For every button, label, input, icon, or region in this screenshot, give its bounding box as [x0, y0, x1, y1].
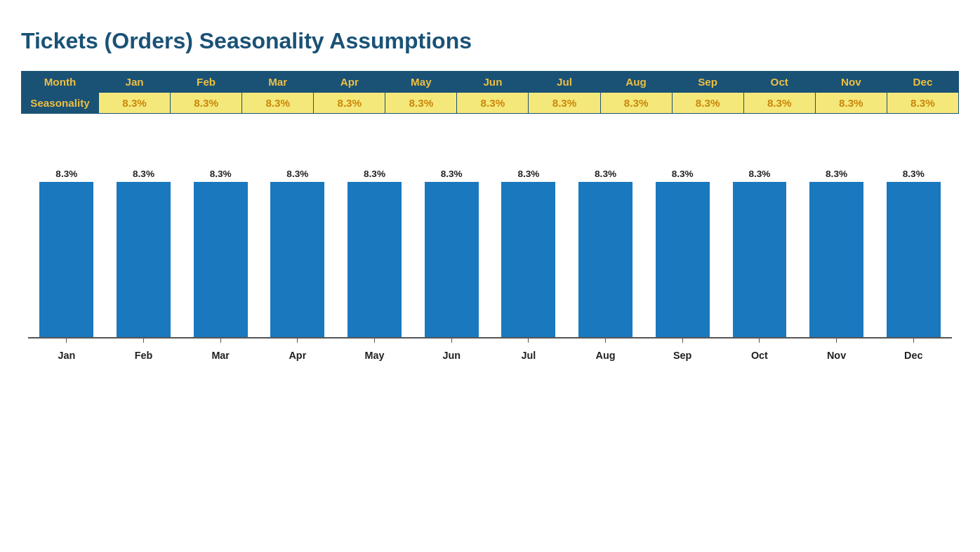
month-header-may: May	[385, 72, 457, 93]
x-label-jul: Jul	[490, 350, 567, 361]
bar-value-label-mar: 8.3%	[210, 169, 232, 179]
bar-group-mar: 8.3%	[182, 142, 259, 337]
bar-group-jan: 8.3%	[28, 142, 105, 337]
seasonality-value-may: 8.3%	[385, 93, 457, 114]
seasonality-value-dec: 8.3%	[887, 93, 958, 114]
month-header-sep: Sep	[672, 72, 743, 93]
tick-feb	[105, 339, 183, 343]
tick-aug	[567, 339, 644, 343]
bar-apr	[270, 182, 324, 337]
x-label-apr: Apr	[259, 350, 336, 361]
seasonality-table: Month JanFebMarAprMayJunJulAugSepOctNovD…	[21, 71, 959, 114]
month-header-nov: Nov	[815, 72, 887, 93]
bar-value-label-oct: 8.3%	[748, 169, 770, 179]
bar-value-label-jan: 8.3%	[55, 169, 77, 179]
bar-value-label-nov: 8.3%	[826, 169, 847, 179]
bar-value-label-may: 8.3%	[364, 169, 385, 179]
bar-jul	[501, 182, 555, 337]
bar-dec	[887, 182, 941, 337]
seasonality-value-nov: 8.3%	[815, 93, 887, 114]
x-label-jun: Jun	[413, 350, 490, 361]
bar-group-sep: 8.3%	[644, 142, 721, 337]
tick-jun	[413, 339, 490, 343]
month-header-jun: Jun	[457, 72, 529, 93]
bar-group-jun: 8.3%	[413, 142, 490, 337]
seasonality-value-aug: 8.3%	[600, 93, 672, 114]
seasonality-value-feb: 8.3%	[171, 93, 242, 114]
bar-value-label-feb: 8.3%	[133, 169, 154, 179]
bar-group-dec: 8.3%	[875, 142, 952, 337]
bar-group-jul: 8.3%	[490, 142, 567, 337]
tick-apr	[259, 339, 336, 343]
tick-mar	[182, 339, 259, 343]
bar-group-oct: 8.3%	[721, 142, 798, 337]
bar-value-label-jul: 8.3%	[517, 169, 539, 179]
tick-oct	[721, 339, 798, 343]
bar-may	[347, 182, 402, 337]
x-label-oct: Oct	[721, 350, 798, 361]
page-title: Tickets (Orders) Seasonality Assumptions	[21, 28, 959, 54]
month-header-jan: Jan	[99, 72, 171, 93]
month-header-mar: Mar	[242, 72, 314, 93]
tick-sep	[644, 339, 721, 343]
bar-group-feb: 8.3%	[105, 142, 183, 337]
bar-group-aug: 8.3%	[567, 142, 644, 337]
seasonality-value-mar: 8.3%	[242, 93, 314, 114]
bar-oct	[733, 182, 787, 337]
x-label-may: May	[336, 350, 413, 361]
bar-group-apr: 8.3%	[259, 142, 336, 337]
bar-value-label-dec: 8.3%	[903, 169, 925, 179]
bar-group-may: 8.3%	[336, 142, 413, 337]
seasonality-value-sep: 8.3%	[672, 93, 743, 114]
x-label-jan: Jan	[28, 350, 105, 361]
month-header-aug: Aug	[600, 72, 672, 93]
bar-jun	[425, 182, 479, 337]
x-label-aug: Aug	[567, 350, 644, 361]
tick-may	[336, 339, 413, 343]
seasonality-value-apr: 8.3%	[314, 93, 385, 114]
bar-sep	[656, 182, 710, 337]
bar-nov	[809, 182, 863, 337]
seasonality-value-oct: 8.3%	[743, 93, 815, 114]
x-label-sep: Sep	[644, 350, 721, 361]
bar-chart: 8.3%8.3%8.3%8.3%8.3%8.3%8.3%8.3%8.3%8.3%…	[21, 142, 959, 361]
x-label-mar: Mar	[182, 350, 259, 361]
x-label-nov: Nov	[798, 350, 875, 361]
bar-value-label-sep: 8.3%	[672, 169, 694, 179]
tick-nov	[798, 339, 875, 343]
tick-dec	[875, 339, 952, 343]
seasonality-value-jul: 8.3%	[529, 93, 600, 114]
month-header-jul: Jul	[529, 72, 600, 93]
month-header-oct: Oct	[743, 72, 815, 93]
bar-value-label-aug: 8.3%	[595, 169, 616, 179]
month-header-dec: Dec	[887, 72, 958, 93]
tick-jan	[28, 339, 105, 343]
bar-value-label-jun: 8.3%	[441, 169, 463, 179]
bar-value-label-apr: 8.3%	[286, 169, 308, 179]
seasonality-label: Seasonality	[22, 93, 99, 114]
seasonality-value-jan: 8.3%	[99, 93, 171, 114]
bar-feb	[117, 182, 171, 337]
tick-jul	[490, 339, 567, 343]
bar-mar	[194, 182, 248, 337]
x-label-dec: Dec	[875, 350, 952, 361]
month-header-feb: Feb	[171, 72, 242, 93]
bar-aug	[578, 182, 633, 337]
month-label: Month	[22, 72, 99, 93]
x-label-feb: Feb	[105, 350, 183, 361]
bar-jan	[39, 182, 93, 337]
seasonality-value-jun: 8.3%	[457, 93, 529, 114]
bar-group-nov: 8.3%	[798, 142, 875, 337]
month-header-apr: Apr	[314, 72, 385, 93]
